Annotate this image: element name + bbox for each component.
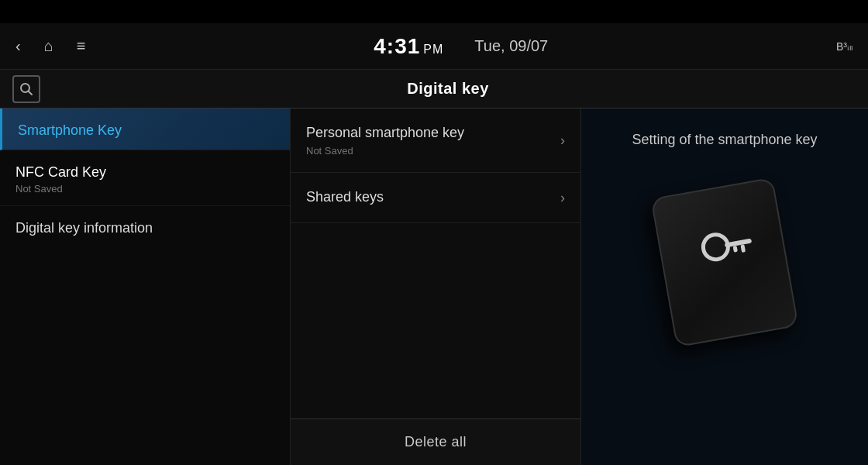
right-panel-title: Setting of the smartphone key bbox=[632, 132, 817, 148]
sidebar-item-digital-key-info[interactable]: Digital key information bbox=[0, 206, 290, 250]
middle-item-personal-left: Personal smartphone key Not Saved bbox=[306, 124, 553, 157]
middle-item-shared-left: Shared keys bbox=[306, 188, 553, 206]
signal-icon: B³ᵢₗₗ bbox=[836, 40, 852, 53]
svg-rect-3 bbox=[725, 239, 753, 248]
back-button[interactable]: ‹ bbox=[16, 37, 21, 55]
delete-all-label: Delete all bbox=[405, 434, 467, 450]
page-title: Digital key bbox=[40, 80, 856, 98]
menu-button[interactable]: ≡ bbox=[77, 37, 86, 55]
search-icon bbox=[19, 82, 33, 96]
top-black-bar bbox=[0, 0, 868, 23]
middle-item-personal-smartphone-key[interactable]: Personal smartphone key Not Saved › bbox=[291, 108, 580, 173]
time-value: 4:31 bbox=[374, 34, 420, 58]
home-button[interactable]: ⌂ bbox=[44, 37, 53, 55]
middle-panel: Personal smartphone key Not Saved › Shar… bbox=[291, 108, 581, 465]
sidebar-item-digital-key-info-title: Digital key information bbox=[16, 220, 274, 236]
sidebar-item-nfc-card-key[interactable]: NFC Card Key Not Saved bbox=[0, 150, 290, 206]
left-panel: Smartphone Key NFC Card Key Not Saved Di… bbox=[0, 108, 291, 465]
sidebar-item-nfc-card-key-title: NFC Card Key bbox=[16, 164, 274, 181]
personal-smartphone-key-chevron: › bbox=[560, 133, 565, 149]
right-panel: Setting of the smartphone key bbox=[581, 108, 868, 465]
sidebar-item-smartphone-key[interactable]: Smartphone Key bbox=[0, 108, 290, 150]
header-center: 4:31PM Tue, 09/07 bbox=[85, 34, 836, 59]
sidebar-item-smartphone-key-title: Smartphone Key bbox=[18, 122, 274, 139]
header-nav: ‹ ⌂ ≡ bbox=[16, 37, 85, 55]
header: ‹ ⌂ ≡ 4:31PM Tue, 09/07 B³ᵢₗₗ bbox=[0, 23, 868, 70]
header-time: 4:31PM bbox=[374, 34, 443, 59]
personal-smartphone-key-subtitle: Not Saved bbox=[306, 145, 553, 157]
personal-smartphone-key-title: Personal smartphone key bbox=[306, 124, 553, 142]
svg-point-2 bbox=[701, 232, 730, 261]
svg-line-1 bbox=[29, 91, 33, 95]
svg-rect-5 bbox=[733, 246, 738, 253]
sidebar-item-nfc-card-key-subtitle: Not Saved bbox=[16, 183, 274, 195]
shared-keys-chevron: › bbox=[560, 190, 565, 206]
key-icon bbox=[688, 215, 760, 291]
search-button[interactable] bbox=[12, 75, 40, 103]
phone-key-illustration bbox=[655, 179, 794, 334]
main-content: Smartphone Key NFC Card Key Not Saved Di… bbox=[0, 108, 868, 465]
svg-rect-4 bbox=[740, 244, 746, 253]
header-right: B³ᵢₗₗ bbox=[836, 40, 852, 53]
middle-items: Personal smartphone key Not Saved › Shar… bbox=[291, 108, 580, 418]
shared-keys-title: Shared keys bbox=[306, 188, 553, 206]
time-period: PM bbox=[423, 43, 443, 56]
search-bar: Digital key bbox=[0, 70, 868, 108]
header-date: Tue, 09/07 bbox=[474, 37, 548, 55]
middle-item-shared-keys[interactable]: Shared keys › bbox=[291, 173, 580, 222]
delete-all-button[interactable]: Delete all bbox=[291, 418, 580, 465]
